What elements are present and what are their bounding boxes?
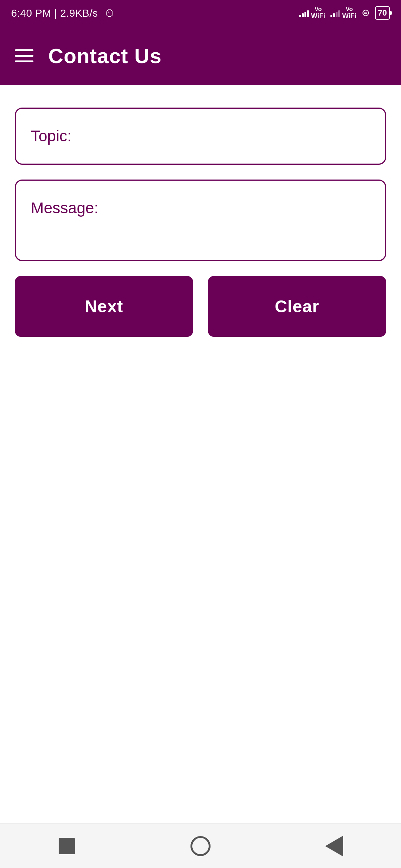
topic-input-group bbox=[15, 108, 386, 165]
status-bar: 6:40 PM | 2.9KB/s ⏲ Vo WiFi Vo WiFi ⊜ 7 bbox=[0, 0, 401, 26]
page-title: Contact Us bbox=[48, 44, 162, 68]
topic-input[interactable] bbox=[15, 108, 386, 165]
circle-icon bbox=[190, 836, 211, 856]
vo-label-1: Vo bbox=[314, 6, 322, 13]
buttons-row: Next Clear bbox=[15, 276, 386, 337]
message-input[interactable] bbox=[15, 180, 386, 261]
battery-indicator: 70 bbox=[375, 6, 390, 20]
signal-group-1: Vo WiFi bbox=[299, 6, 325, 20]
status-data-speed: 2.9KB/s bbox=[60, 7, 98, 19]
back-arrow-icon bbox=[325, 836, 343, 857]
main-content: Next Clear bbox=[0, 85, 401, 352]
signal-bars-1 bbox=[299, 9, 309, 17]
status-time-speed: 6:40 PM | 2.9KB/s ⏲ bbox=[11, 7, 115, 19]
clear-button[interactable]: Clear bbox=[208, 276, 386, 337]
bottom-nav bbox=[0, 823, 401, 868]
wifi-label-2: WiFi bbox=[342, 13, 356, 20]
status-bar-right: Vo WiFi Vo WiFi ⊜ 70 bbox=[299, 6, 390, 20]
signal-group-2: Vo WiFi bbox=[330, 6, 356, 20]
next-button[interactable]: Next bbox=[15, 276, 193, 337]
square-icon bbox=[59, 838, 75, 854]
home-nav-button[interactable] bbox=[186, 831, 215, 861]
wifi-label-1: WiFi bbox=[311, 13, 325, 20]
alarm-icon: ⏲ bbox=[105, 7, 115, 19]
message-input-group bbox=[15, 180, 386, 261]
status-separator: | bbox=[54, 7, 60, 19]
app-bar: Contact Us bbox=[0, 26, 401, 85]
status-time: 6:40 PM bbox=[11, 7, 51, 19]
vo-label-2: Vo bbox=[346, 6, 353, 13]
signal-bars-2 bbox=[330, 9, 340, 17]
battery-level: 70 bbox=[378, 8, 387, 18]
back-nav-button[interactable] bbox=[319, 831, 349, 861]
square-nav-button[interactable] bbox=[52, 831, 82, 861]
menu-button[interactable] bbox=[15, 49, 33, 62]
wifi-icon: ⊜ bbox=[362, 7, 370, 19]
